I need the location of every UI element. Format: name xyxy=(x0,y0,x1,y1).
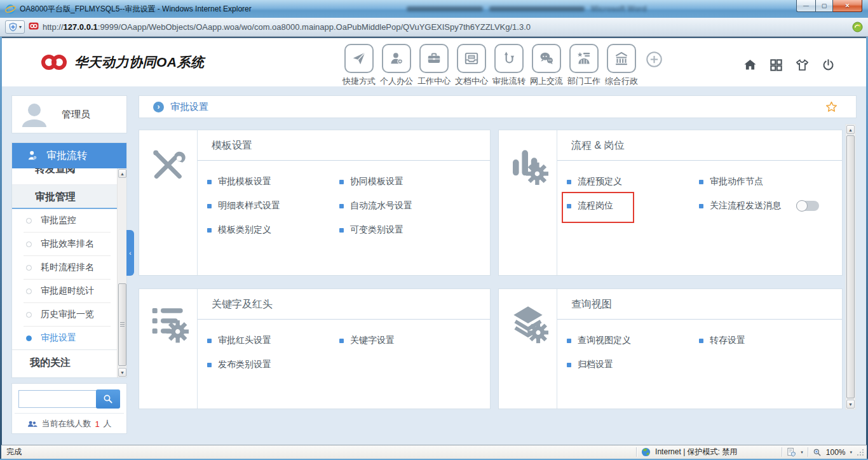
link-publish-category[interactable]: 发布类别设置 xyxy=(207,353,339,377)
add-module-button[interactable] xyxy=(646,51,663,71)
sidebar-item-history-approval[interactable]: 历史审批一览 xyxy=(12,303,117,326)
paper-plane-icon xyxy=(351,50,367,67)
layers-gear-icon xyxy=(499,289,557,409)
radio-icon xyxy=(26,288,32,294)
online-users: 当前在线人数1人 xyxy=(12,414,126,434)
nav-item-personal-office[interactable]: 个人办公 xyxy=(381,44,412,87)
bullet-icon xyxy=(339,339,344,343)
card-title: 模板设置 xyxy=(198,130,490,161)
bullet-icon xyxy=(207,228,212,233)
add-favorite-button[interactable]: ▾ xyxy=(5,20,25,34)
scroll-up-icon[interactable]: ▲ xyxy=(118,169,126,178)
person-plus-icon xyxy=(388,50,405,67)
sidebar-item-time-consuming-rank[interactable]: 耗时流程排名 xyxy=(12,256,117,279)
link-collab-template[interactable]: 协同模板设置 xyxy=(339,170,490,194)
background-window-title: Microsoft Word xyxy=(407,4,647,14)
radio-icon xyxy=(26,241,32,247)
sidebar-section-my-follow[interactable]: 我的关注 xyxy=(12,349,117,375)
app-logo-text: 华天动力协同OA系统 xyxy=(74,53,205,71)
nav-item-online-chat[interactable]: 网上交流 xyxy=(531,44,562,87)
list-gear-icon xyxy=(139,289,198,409)
page-title: 审批设置 xyxy=(170,101,208,113)
tools-icon xyxy=(139,130,198,275)
sidebar-section-forward-read[interactable]: 转发查阅 xyxy=(12,168,117,185)
nav-item-department-work[interactable]: 部门工作 xyxy=(568,44,600,87)
scrollbar-thumb[interactable] xyxy=(846,135,855,398)
message-toggle-off[interactable] xyxy=(796,201,819,211)
favorite-star-icon[interactable] xyxy=(825,100,838,114)
page-privacy-icon[interactable] xyxy=(787,447,796,457)
module-title: 审批流转 xyxy=(46,149,87,163)
sidebar-item-approval-efficiency[interactable]: 审批效率排名 xyxy=(12,233,117,255)
card-template-settings: 模板设置 审批模板设置 明细表样式设置 模板类别定义 协同模板设置 自动流水号设… xyxy=(139,130,491,276)
bank-icon xyxy=(613,50,630,67)
link-approval-action-node[interactable]: 审批动作节点 xyxy=(699,170,842,194)
user-panel: 管理员 xyxy=(11,95,127,133)
search-input[interactable] xyxy=(18,390,98,408)
browser-viewport: 华天动力协同OA系统 快捷方式 个人办公 工作中心 文档中心 xyxy=(2,37,866,445)
url-field[interactable]: http://127.0.0.1:9999/OAapp/WebObjects/O… xyxy=(43,22,844,32)
scroll-up-icon[interactable]: ▲ xyxy=(846,125,855,134)
bullet-icon xyxy=(699,180,703,184)
card-keywords-redhead: 关键字及红头 审批红头设置 发布类别设置 关键字设置 xyxy=(139,288,491,409)
main-scrollbar[interactable]: ▲ ▼ xyxy=(845,124,856,410)
highlight-annotation-box xyxy=(562,192,634,223)
nav-item-work-center[interactable]: 工作中心 xyxy=(418,44,450,87)
maximize-button[interactable]: ▢ xyxy=(815,0,833,12)
dropdown-caret-icon[interactable]: ▾ xyxy=(850,450,852,455)
bullet-icon xyxy=(699,339,703,343)
home-icon[interactable] xyxy=(743,58,757,72)
link-process-predefine[interactable]: 流程预定义 xyxy=(567,170,699,194)
bullet-icon xyxy=(207,204,212,208)
link-dump-settings[interactable]: 转存设置 xyxy=(699,328,842,353)
sidebar-item-approval-timeout[interactable]: 审批超时统计 xyxy=(12,280,117,302)
scrollbar-thumb[interactable] xyxy=(118,283,126,366)
scroll-down-icon[interactable]: ▼ xyxy=(846,400,855,409)
sidebar-item-approval-monitor[interactable]: 审批监控 xyxy=(12,209,117,232)
link-query-view-define[interactable]: 查询视图定义 xyxy=(567,328,699,353)
window-titlebar: OA8000平台版_FPLMYSQL5--审批设置 - Windows Inte… xyxy=(0,0,868,18)
bullet-icon xyxy=(207,339,212,343)
link-approval-template[interactable]: 审批模板设置 xyxy=(207,170,339,194)
link-approval-redhead[interactable]: 审批红头设置 xyxy=(207,328,339,353)
theme-shirt-icon[interactable] xyxy=(795,58,810,72)
sidebar-module-approval-flow[interactable]: 审批流转 xyxy=(12,143,126,168)
scroll-down-icon[interactable]: ▼ xyxy=(118,368,126,377)
minimize-button[interactable]: — xyxy=(796,0,815,12)
power-logout-icon[interactable] xyxy=(821,58,836,72)
go-refresh-icon[interactable] xyxy=(852,22,863,32)
link-auto-serial[interactable]: 自动流水号设置 xyxy=(339,194,490,218)
card-title: 流程 & 岗位 xyxy=(557,130,842,161)
nav-item-shortcuts[interactable]: 快捷方式 xyxy=(343,44,375,87)
app-header: 华天动力协同OA系统 快捷方式 个人办公 工作中心 文档中心 xyxy=(2,38,866,86)
online-count: 1 xyxy=(95,419,99,429)
breadcrumb-chevron-icon: › xyxy=(153,102,164,112)
radio-icon xyxy=(26,312,32,318)
zoom-magnifier-icon[interactable] xyxy=(813,448,822,457)
user-name: 管理员 xyxy=(62,109,90,121)
resize-grip[interactable] xyxy=(857,449,864,456)
card-query-view: 查询视图 查询视图定义 归档设置 转存设置 xyxy=(498,288,843,409)
nav-item-document-center[interactable]: 文档中心 xyxy=(456,44,487,87)
radio-icon xyxy=(26,265,32,271)
uturn-arrows-icon xyxy=(501,50,517,67)
sidebar-item-approval-settings[interactable]: 审批设置 xyxy=(12,327,117,349)
department-icon xyxy=(576,50,592,67)
link-variable-category[interactable]: 可变类别设置 xyxy=(339,218,490,242)
link-archive-settings[interactable]: 归档设置 xyxy=(567,353,699,377)
link-detail-table-style[interactable]: 明细表样式设置 xyxy=(207,194,339,218)
link-keyword-settings[interactable]: 关键字设置 xyxy=(339,328,490,353)
search-button[interactable] xyxy=(96,389,120,409)
sidebar-collapse-handle[interactable]: ‹ xyxy=(126,230,134,276)
dropdown-caret-icon[interactable]: ▾ xyxy=(801,450,803,455)
sidebar-scrollbar[interactable]: ▲ ▼ xyxy=(117,168,126,377)
bullet-icon xyxy=(699,204,703,208)
link-follow-process-message[interactable]: 关注流程发送消息 xyxy=(699,194,842,218)
sidebar-section-approval-manage[interactable]: 审批管理 xyxy=(12,185,117,209)
nav-item-administration[interactable]: 综合行政 xyxy=(606,44,637,87)
close-button[interactable]: ✕ xyxy=(833,0,862,12)
link-template-category[interactable]: 模板类别定义 xyxy=(207,218,339,242)
grid-menu-icon[interactable] xyxy=(769,58,783,72)
bullet-icon xyxy=(207,180,212,184)
nav-item-approval-flow[interactable]: 审批流转 xyxy=(493,44,525,87)
